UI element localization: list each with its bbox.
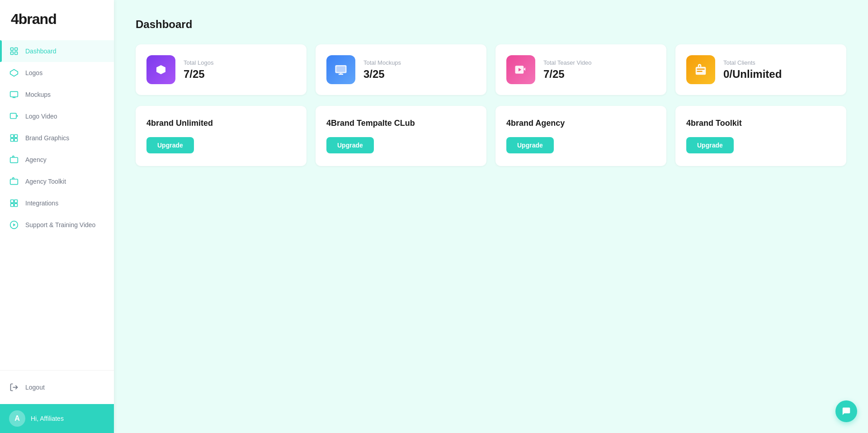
svg-rect-0 [11,48,14,51]
svg-rect-3 [15,52,18,55]
stat-info-logos: Total Logos 7/25 [184,59,214,81]
user-greeting: Hi, Affiliates [31,415,64,422]
logo-area: 4brand [0,0,114,37]
sidebar-item-dashboard[interactable]: Dashboard [0,40,114,62]
logo-video-icon [9,111,19,121]
sidebar-item-agency-toolkit[interactable]: Agency Toolkit [0,171,114,192]
stat-label-teaser: Total Teaser Video [543,59,591,66]
sidebar-item-integrations[interactable]: Integrations [0,192,114,214]
sidebar: 4brand Dashboard Logos [0,0,114,433]
svg-marker-21 [13,224,15,227]
stat-icon-logos [146,55,175,84]
stat-card-teaser: Total Teaser Video 7/25 [495,44,666,95]
upgrade-button-toolkit[interactable]: Upgrade [686,137,734,153]
sidebar-user: A Hi, Affiliates [0,404,114,433]
logos-icon [9,68,19,78]
upgrade-card-template-club: 4Brand Tempalte CLub Upgrade [316,106,486,166]
svg-marker-31 [524,67,525,71]
page-title: Dashboard [136,18,846,31]
svg-rect-11 [14,135,18,138]
stat-label-mockups: Total Mockups [363,59,401,66]
sidebar-item-agency[interactable]: Agency [0,149,114,171]
svg-rect-16 [11,200,14,203]
stat-value-mockups: 3/25 [363,68,401,81]
upgrade-title-unlimited: 4brand Unlimited [146,119,296,128]
stat-info-clients: Total Clients 0/Unlimited [723,59,782,81]
upgrade-card-agency: 4brand Agency Upgrade [495,106,666,166]
sidebar-label-integrations: Integrations [25,200,58,207]
svg-rect-2 [11,52,14,55]
sidebar-item-logo-video[interactable]: Logo Video [0,105,114,127]
svg-rect-27 [336,67,345,72]
upgrade-row: 4brand Unlimited Upgrade 4Brand Tempalte… [136,106,846,166]
svg-rect-10 [11,135,14,138]
upgrade-title-template-club: 4Brand Tempalte CLub [326,119,476,128]
stat-info-teaser: Total Teaser Video 7/25 [543,59,591,81]
stat-value-teaser: 7/25 [543,68,591,81]
support-icon [9,220,19,230]
svg-rect-5 [10,91,18,97]
sidebar-label-dashboard: Dashboard [25,48,57,55]
agency-toolkit-icon [9,176,19,186]
upgrade-button-template-club[interactable]: Upgrade [326,137,374,153]
sidebar-item-logos[interactable]: Logos [0,62,114,84]
svg-rect-12 [11,138,14,142]
stat-icon-teaser [506,55,535,84]
mockups-icon [9,90,19,100]
sidebar-item-brand-graphics[interactable]: Brand Graphics [0,127,114,149]
main-content: Dashboard Total Logos 7/25 [114,0,868,433]
sidebar-label-brand-graphics: Brand Graphics [25,134,69,142]
stat-label-logos: Total Logos [184,59,214,66]
stat-label-clients: Total Clients [723,59,782,66]
stat-value-logos: 7/25 [184,68,214,81]
svg-rect-35 [697,71,703,72]
svg-rect-15 [10,179,18,185]
svg-rect-13 [14,138,18,142]
stat-info-mockups: Total Mockups 3/25 [363,59,401,81]
sidebar-label-agency-toolkit: Agency Toolkit [25,178,66,185]
logout-button[interactable]: Logout [9,378,105,397]
sidebar-item-support[interactable]: Support & Training Video [0,214,114,236]
svg-rect-8 [10,113,16,119]
logout-label: Logout [25,384,45,391]
sidebar-label-mockups: Mockups [25,91,51,98]
upgrade-button-agency[interactable]: Upgrade [506,137,554,153]
stat-card-mockups: Total Mockups 3/25 [316,44,486,95]
dashboard-icon [9,46,19,56]
svg-rect-18 [11,204,14,207]
svg-rect-17 [14,200,18,203]
upgrade-card-unlimited: 4brand Unlimited Upgrade [136,106,307,166]
upgrade-button-unlimited[interactable]: Upgrade [146,137,194,153]
agency-icon [9,155,19,165]
sidebar-nav: Dashboard Logos Mockups [0,37,114,370]
stat-card-clients: Total Clients 0/Unlimited [675,44,846,95]
svg-rect-1 [15,48,18,51]
stat-value-clients: 0/Unlimited [723,68,782,81]
upgrade-title-agency: 4brand Agency [506,119,656,128]
svg-marker-4 [10,70,18,76]
stat-icon-mockups [326,55,355,84]
svg-rect-34 [697,69,705,70]
sidebar-label-agency: Agency [25,156,47,163]
sidebar-bottom: Logout [0,370,114,404]
brand-graphics-icon [9,133,19,143]
stat-card-logos: Total Logos 7/25 [136,44,307,95]
stats-row: Total Logos 7/25 Total Mockups 3/25 [136,44,846,95]
app-logo: 4brand [11,11,57,27]
sidebar-item-mockups[interactable]: Mockups [0,84,114,105]
stat-icon-clients [686,55,715,84]
integrations-icon [9,198,19,208]
sidebar-label-support: Support & Training Video [25,221,95,228]
logout-icon [9,382,19,392]
sidebar-label-logo-video: Logo Video [25,113,57,120]
sidebar-label-logos: Logos [25,69,42,76]
svg-rect-14 [10,157,18,163]
svg-rect-19 [14,204,18,207]
chat-bubble[interactable] [835,400,857,422]
user-avatar: A [9,410,25,427]
upgrade-card-toolkit: 4brand Toolkit Upgrade [675,106,846,166]
upgrade-title-toolkit: 4brand Toolkit [686,119,835,128]
